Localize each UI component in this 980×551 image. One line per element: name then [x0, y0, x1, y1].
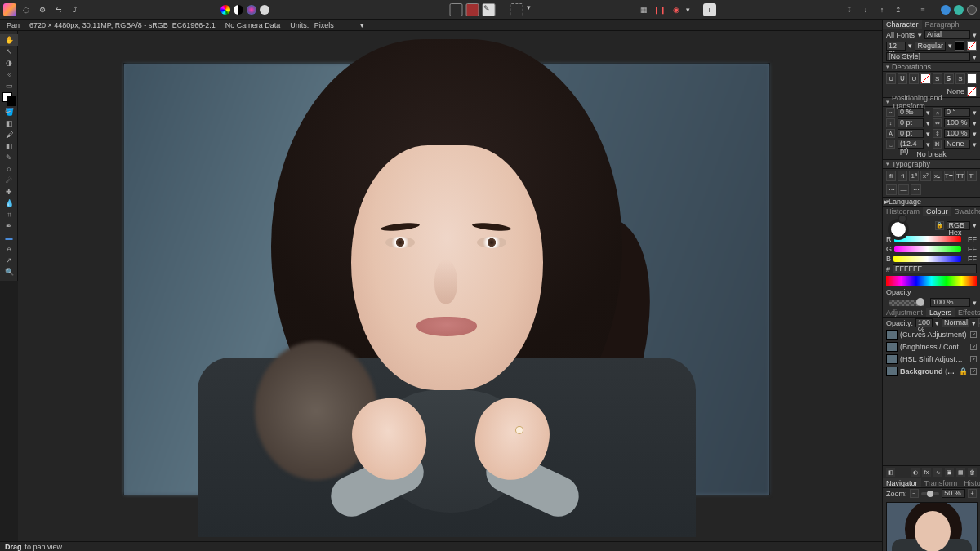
persona-export-icon[interactable] [260, 5, 270, 15]
text-style-field[interactable]: [No Style] [886, 52, 970, 61]
text-bg-swatch[interactable] [967, 41, 977, 51]
ordinals-icon[interactable]: 1ª [909, 171, 919, 181]
arrange-forward-icon[interactable]: ↑ [875, 3, 889, 16]
arrange-back-icon[interactable]: ↧ [843, 3, 856, 16]
shape-tool-icon[interactable]: ▬ [0, 232, 18, 243]
shear-field[interactable]: 0 ° [944, 108, 970, 117]
strikethrough-icon[interactable]: S [933, 73, 942, 84]
delete-layer-icon[interactable]: 🗑 [968, 468, 977, 477]
arrange-backward-icon[interactable]: ↓ [859, 3, 872, 16]
units-chevron-icon[interactable]: ▾ [360, 21, 364, 29]
optical-field[interactable]: (12.4 pt) [898, 140, 924, 149]
units-value[interactable]: Pixels [314, 21, 334, 29]
section-positioning[interactable]: Positioning and Transform [883, 97, 980, 107]
select-none-icon[interactable] [450, 3, 463, 16]
dodge-tool-icon[interactable]: ○ [0, 163, 18, 175]
selection-tool-icon[interactable]: ▭ [0, 80, 18, 91]
document-canvas[interactable] [124, 64, 769, 495]
tab-history[interactable]: History [960, 478, 980, 487]
layer-visible-checkbox[interactable]: ✓ [970, 368, 977, 375]
sync-icon[interactable] [954, 5, 964, 15]
blur-tool-icon[interactable]: 💧 [0, 198, 18, 209]
quickmask-icon[interactable] [510, 3, 523, 16]
zoom-tool-icon[interactable]: 🔍 [0, 266, 18, 278]
snapping-icon[interactable]: ❙❙ [653, 3, 666, 16]
strike-colour-icon[interactable]: S [956, 73, 965, 84]
share-icon[interactable]: ⤴ [69, 3, 82, 16]
smudge-tool-icon[interactable]: ☄ [0, 175, 18, 186]
info-icon[interactable]: i [703, 3, 716, 16]
tab-character[interactable]: Character [883, 20, 922, 29]
double-underline-icon[interactable]: U̲ [898, 73, 907, 84]
help-icon[interactable] [967, 5, 977, 15]
standard-ligatures-icon[interactable]: fi [886, 171, 896, 181]
contextual-ligatures-icon[interactable]: ﬁ [898, 171, 907, 181]
blend-mode-field[interactable]: Normal [942, 318, 969, 327]
paint-brush-tool-icon[interactable]: 🖌 [0, 129, 18, 140]
channel-G-value[interactable]: FF [964, 245, 977, 253]
group-layer-icon[interactable]: ▣ [945, 468, 954, 477]
tab-effects[interactable]: Effects [955, 308, 980, 317]
baseline-field[interactable]: 0 pt [898, 129, 924, 138]
zoom-field[interactable]: 50 % [942, 489, 965, 498]
quickmask-chevron-icon[interactable]: ▾ [527, 3, 531, 16]
chevron-down-icon[interactable]: ▾ [973, 53, 977, 61]
account-icon[interactable] [941, 5, 951, 15]
colour-lock-icon[interactable]: 🔒 [935, 221, 944, 230]
persona-liquify-icon[interactable] [234, 5, 243, 15]
zoom-out-icon[interactable]: − [910, 489, 919, 498]
titlecase-icon[interactable]: Tᵗ [967, 171, 977, 181]
live-filter-icon[interactable]: ∿ [933, 468, 942, 477]
font-size-field[interactable]: 12 pt [886, 42, 906, 51]
persona-photo-icon[interactable] [220, 5, 230, 15]
zoom-in-icon[interactable]: + [968, 489, 977, 498]
zoom-slider[interactable] [921, 492, 940, 495]
flood-fill-tool-icon[interactable]: 🪣 [0, 106, 18, 118]
underline-none-icon[interactable] [920, 73, 930, 84]
colour-opacity-field[interactable]: 100 % [930, 298, 970, 307]
layer-opacity-field[interactable]: 100 % [915, 318, 933, 327]
tab-colour[interactable]: Colour [923, 207, 951, 216]
assistant-icon[interactable]: ◉ [670, 3, 683, 16]
arrange-front-icon[interactable]: ↥ [892, 3, 905, 16]
align-icon[interactable]: ≡ [916, 3, 929, 16]
clone-tool-icon[interactable]: ✎ [0, 152, 18, 163]
open-icon[interactable]: ◌ [20, 3, 33, 16]
hex-field[interactable]: FFFFFF [893, 264, 977, 273]
workspace[interactable] [18, 31, 882, 541]
navigator-thumbnail[interactable] [886, 502, 978, 551]
tab-swatches[interactable]: Swatches [951, 207, 980, 216]
section-typography[interactable]: Typography [883, 159, 980, 169]
chevron-down-icon[interactable]: ▾ [948, 42, 952, 50]
adjustment-layer-icon[interactable]: ◐ [911, 468, 920, 477]
tab-navigator[interactable]: Navigator [883, 478, 921, 487]
subscript-icon[interactable]: x₂ [933, 171, 942, 181]
add-pixel-layer-icon[interactable]: ▦ [956, 468, 965, 477]
secondary-colour-well[interactable] [898, 214, 907, 224]
spectrum-slider[interactable] [886, 276, 977, 286]
tab-paragraph[interactable]: Paragraph [922, 20, 963, 29]
layer-row[interactable]: Background (Pixel)🔒✓ [883, 365, 980, 377]
chevron-down-icon[interactable]: ▾ [918, 31, 922, 39]
special-field[interactable]: None [944, 140, 970, 149]
select-refine-icon[interactable]: ✎ [483, 3, 496, 16]
gear-icon[interactable]: ⚙ [36, 3, 49, 16]
app-logo-icon[interactable] [3, 3, 16, 16]
text-colour-swatch[interactable] [955, 41, 964, 51]
leading-field[interactable]: 0 pt [898, 118, 924, 127]
node-tool-icon[interactable]: ↗ [0, 255, 18, 266]
tab-adjustment[interactable]: Adjustment [883, 308, 926, 317]
swatch-pair[interactable] [0, 91, 18, 106]
typo-more-1-icon[interactable]: ⋯ [886, 184, 897, 195]
channel-G-slider[interactable] [894, 246, 961, 252]
text-tool-icon[interactable]: A [0, 243, 18, 255]
hscale-field[interactable]: 100 % [944, 118, 970, 127]
no-break-label[interactable]: No break [916, 150, 947, 158]
font-family-field[interactable]: Arial [924, 30, 970, 39]
typo-more-2-icon[interactable]: — [898, 184, 909, 195]
font-weight-field[interactable]: Regular [915, 42, 946, 51]
double-strike-icon[interactable]: S̶ [944, 73, 954, 84]
section-language[interactable]: ▸ Language [883, 197, 980, 207]
strike-none-icon[interactable] [967, 73, 977, 84]
fx-layer-icon[interactable]: fx [922, 468, 931, 477]
